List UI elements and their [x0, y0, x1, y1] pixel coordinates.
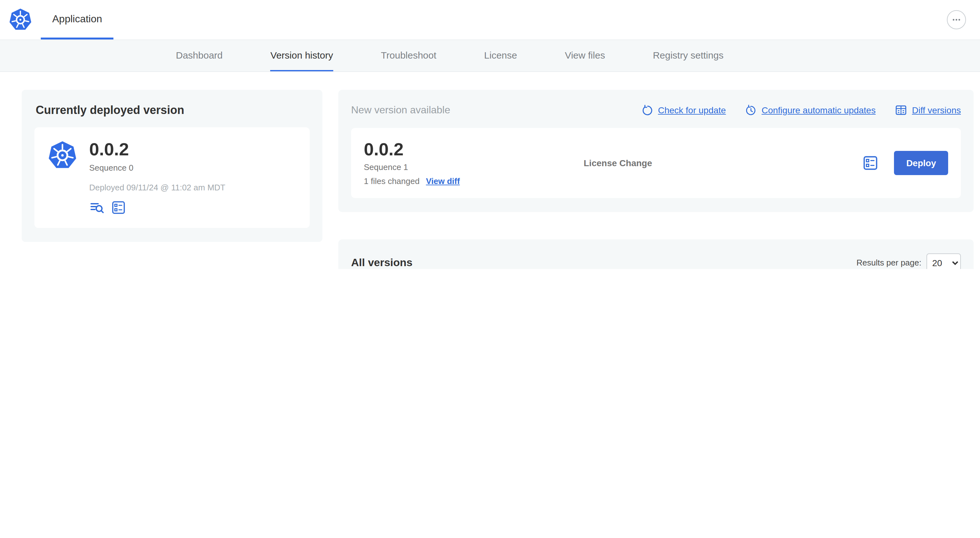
tab-version-history[interactable]: Version history	[270, 40, 333, 71]
app-nav: Dashboard Version history Troubleshoot L…	[0, 40, 980, 72]
version-info: 0.0.2 Sequence 1 1 files changed View di…	[364, 140, 584, 186]
diff-versions-label: Diff versions	[912, 105, 961, 115]
kubernetes-version-icon	[47, 140, 78, 171]
change-type: License Change	[584, 158, 862, 168]
files-changed-line: 1 files changed View diff	[364, 176, 584, 186]
main-content: Currently deployed version	[0, 72, 980, 269]
currently-deployed-title: Currently deployed version	[36, 104, 310, 117]
new-version-panel-head: New version available Check for update	[351, 104, 961, 116]
all-versions-head: All versions Results per page: 20	[351, 253, 961, 269]
diff-table-icon	[895, 104, 907, 116]
results-per-page: Results per page: 20	[856, 253, 961, 269]
all-versions-panel: All versions Results per page: 20 0.0.2 …	[338, 240, 974, 269]
diff-versions-link[interactable]: Diff versions	[895, 104, 961, 116]
results-per-page-label: Results per page:	[856, 258, 921, 268]
deploy-button[interactable]: Deploy	[894, 151, 948, 175]
checklist-icon	[862, 155, 879, 171]
configure-automatic-updates-label: Configure automatic updates	[762, 105, 875, 115]
logs-icon	[89, 200, 105, 215]
new-version-title: New version available	[351, 105, 450, 116]
update-actions: Check for update Configure automatic upd…	[641, 104, 961, 116]
check-for-update-label: Check for update	[658, 105, 726, 115]
configure-automatic-updates-link[interactable]: Configure automatic updates	[745, 104, 875, 116]
deployed-actions	[89, 200, 225, 215]
view-diff-link[interactable]: View diff	[426, 176, 460, 186]
deploy-logs-button[interactable]	[89, 200, 105, 215]
version-number: 0.0.2	[364, 140, 584, 160]
deployed-sequence: Sequence 0	[89, 163, 225, 173]
all-versions-title: All versions	[351, 257, 412, 269]
currently-deployed-card: Currently deployed version	[22, 90, 323, 242]
tab-view-files[interactable]: View files	[565, 40, 605, 71]
ellipsis-icon	[951, 14, 962, 25]
kubernetes-logo-icon	[8, 8, 32, 32]
files-changed-count: 1 files changed	[364, 176, 420, 186]
checklist-icon	[111, 200, 126, 215]
deployed-version-info: 0.0.2 Sequence 0 Deployed 09/11/24 @ 11:…	[89, 140, 225, 215]
clock-refresh-icon	[745, 104, 757, 116]
new-version-panel: New version available Check for update	[338, 90, 974, 212]
results-per-page-select[interactable]: 20	[926, 253, 961, 269]
tab-view-files-label: View files	[565, 50, 605, 60]
tab-dashboard[interactable]: Dashboard	[176, 40, 223, 71]
tab-troubleshoot[interactable]: Troubleshoot	[381, 40, 436, 71]
tab-registry-settings[interactable]: Registry settings	[653, 40, 724, 71]
tab-application[interactable]: Application	[41, 0, 114, 40]
version-actions: Deploy	[862, 151, 948, 175]
new-version-row: 0.0.2 Sequence 1 1 files changed View di…	[351, 128, 961, 198]
top-header: Application	[0, 0, 980, 40]
app-logo-wrap	[0, 0, 41, 40]
config-values-button[interactable]	[111, 200, 126, 215]
tab-license[interactable]: License	[484, 40, 517, 71]
app-tab-label: Application	[52, 13, 102, 24]
tab-registry-settings-label: Registry settings	[653, 50, 724, 60]
page: Application Dashboard Version history Tr…	[0, 0, 980, 269]
more-menu-button[interactable]	[947, 10, 966, 29]
deployed-timestamp: Deployed 09/11/24 @ 11:02 am MDT	[89, 183, 225, 192]
deployed-version-card: 0.0.2 Sequence 0 Deployed 09/11/24 @ 11:…	[34, 127, 310, 228]
tab-license-label: License	[484, 50, 517, 60]
tab-version-history-label: Version history	[270, 50, 333, 60]
tab-troubleshoot-label: Troubleshoot	[381, 50, 436, 60]
tab-dashboard-label: Dashboard	[176, 50, 223, 60]
right-column: New version available Check for update	[338, 90, 974, 269]
config-values-button[interactable]	[862, 155, 879, 171]
version-sequence: Sequence 1	[364, 162, 584, 172]
deployed-version-number: 0.0.2	[89, 140, 225, 160]
check-for-update-link[interactable]: Check for update	[641, 104, 726, 116]
refresh-icon	[641, 104, 654, 116]
